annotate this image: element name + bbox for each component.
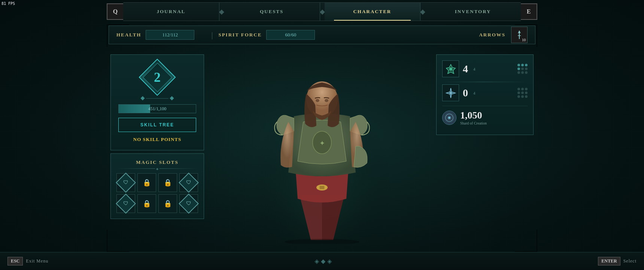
magic-slot-1-icon: 🛡 xyxy=(123,180,128,186)
right-panel: 4 4 xyxy=(436,54,534,138)
xp-bar-overlay: 451/1,100 xyxy=(118,104,196,113)
magic-slot-8[interactable]: 🛡 xyxy=(179,194,198,213)
spirit-force-label: SPIRIT FORCE xyxy=(218,32,262,38)
q-key-button[interactable]: Q xyxy=(107,3,123,20)
svg-point-18 xyxy=(450,92,452,94)
magic-slot-7-lock: 🔒 xyxy=(164,200,172,208)
magic-slot-2-lock: 🔒 xyxy=(143,178,151,187)
magic-slot-4-icon: 🛡 xyxy=(186,180,191,186)
resource-1-dots xyxy=(517,64,528,74)
arrows-section: ARROWS 10 xyxy=(479,27,528,43)
nav-sep-1: ◆ xyxy=(219,3,224,21)
dot-2-7 xyxy=(517,95,520,98)
magic-slot-6[interactable]: 🔒 xyxy=(137,194,156,213)
main-content: 2 451/1,100 SKILL TREE NO SKILL POINTS M… xyxy=(0,49,644,251)
arrows-icon-box: 10 xyxy=(511,27,528,43)
resource-row-1: 4 4 xyxy=(442,60,528,77)
magic-slot-1[interactable]: 🛡 xyxy=(116,173,135,192)
dot-1-5 xyxy=(521,68,524,70)
select-label: Select xyxy=(623,258,637,264)
resource-row-2: 0 4 xyxy=(442,84,528,101)
magic-grid: 🛡 🔒 🔒 🛡 xyxy=(116,173,198,213)
resource-1-sub: 4 xyxy=(473,67,476,71)
health-label: HEALTH xyxy=(116,32,141,38)
svg-point-21 xyxy=(448,117,450,119)
character-display: ✦ xyxy=(228,49,416,251)
health-value: 112/112 xyxy=(162,32,178,38)
dot-2-1 xyxy=(517,88,520,90)
stat-sep-1: | xyxy=(211,31,213,39)
nav-sep-2: ◆ xyxy=(320,3,325,21)
dot-1-3 xyxy=(525,64,528,66)
svg-text:✦: ✦ xyxy=(319,140,325,147)
spirit-force-stat: SPIRIT FORCE 60/60 xyxy=(218,30,315,40)
shards-label: Shard of Creation xyxy=(460,121,487,125)
magic-slot-4[interactable]: 🛡 xyxy=(179,173,198,192)
tab-quests[interactable]: QUESTS xyxy=(224,3,320,21)
ornament-right: ◈ xyxy=(327,258,332,265)
esc-key[interactable]: ESC xyxy=(7,257,23,266)
dot-left xyxy=(140,96,145,100)
no-skill-points-label: NO SKILL POINTS xyxy=(133,136,181,142)
nav-sep-3: ◆ xyxy=(420,3,425,21)
enter-key[interactable]: ENTER xyxy=(598,257,620,266)
nav-container: Q JOURNAL ◆ QUESTS ◆ CHARACTER ◆ INVENTO… xyxy=(0,2,644,21)
exit-menu-label: Exit Menu xyxy=(26,258,48,264)
level-number: 2 xyxy=(154,69,161,85)
resource-2-sub: 4 xyxy=(473,91,476,95)
magic-slots-box: MAGIC SLOTS 🛡 🔒 🔒 xyxy=(110,153,204,219)
resource-2-svg xyxy=(445,87,457,99)
resource-1-icon xyxy=(442,60,459,77)
shards-svg xyxy=(444,113,454,123)
dot-1-4 xyxy=(517,68,520,70)
top-nav: Q JOURNAL ◆ QUESTS ◆ CHARACTER ◆ INVENTO… xyxy=(0,0,644,23)
magic-slot-5-icon: 🛡 xyxy=(123,201,128,207)
tab-journal[interactable]: JOURNAL xyxy=(123,3,219,21)
dot-line-left xyxy=(146,98,168,99)
magic-slot-2[interactable]: 🔒 xyxy=(137,173,156,192)
arrows-label: ARROWS xyxy=(479,32,505,38)
e-key-button[interactable]: E xyxy=(521,3,537,20)
nav-tabs: JOURNAL ◆ QUESTS ◆ CHARACTER ◆ INVENTORY xyxy=(123,2,521,21)
resource-1-count: 4 xyxy=(463,63,468,75)
shards-row: 1,050 Shard of Creation xyxy=(442,106,528,129)
magic-slot-3-lock: 🔒 xyxy=(164,178,172,187)
magic-slots-divider xyxy=(116,168,198,169)
skill-tree-button[interactable]: SKILL TREE xyxy=(118,118,196,132)
magic-slot-7[interactable]: 🔒 xyxy=(158,194,177,213)
bottom-center-ornament: ◈ ◆ ◈ xyxy=(315,258,332,265)
dot-1-2 xyxy=(521,64,524,66)
health-stat: HEALTH 112/112 xyxy=(116,30,194,40)
dot-1-7 xyxy=(517,71,520,74)
magic-slot-6-lock: 🔒 xyxy=(143,200,151,208)
spirit-force-value: 60/60 xyxy=(285,32,297,38)
dot-2-3 xyxy=(525,88,528,90)
svg-point-10 xyxy=(316,99,319,102)
dot-right xyxy=(170,96,174,100)
tab-inventory[interactable]: INVENTORY xyxy=(425,3,521,21)
bottom-left-group: ESC Exit Menu xyxy=(7,257,48,266)
resource-2-count: 0 xyxy=(463,87,468,99)
dot-2-4 xyxy=(517,92,520,94)
magic-slot-8-icon: 🛡 xyxy=(186,201,191,207)
tab-character[interactable]: CHARACTER xyxy=(325,3,421,21)
dot-2-2 xyxy=(521,88,524,90)
level-box: 2 451/1,100 SKILL TREE NO SKILL POINTS xyxy=(110,54,204,150)
svg-point-11 xyxy=(325,99,328,102)
resource-2-sub-area: 4 xyxy=(473,91,476,95)
dot-1-9 xyxy=(525,71,528,74)
dot-2-9 xyxy=(525,95,528,98)
diamond-dots xyxy=(141,97,173,100)
svg-point-15 xyxy=(449,68,452,70)
ornament-diamond: ◆ xyxy=(321,258,325,265)
dot-2-6 xyxy=(525,92,528,94)
magic-slot-5[interactable]: 🛡 xyxy=(116,194,135,213)
xp-bar-wrapper: 451/1,100 xyxy=(118,104,196,113)
resource-divider xyxy=(442,82,528,82)
magic-slot-4-diamond: 🛡 xyxy=(179,172,199,193)
magic-slot-3[interactable]: 🔒 xyxy=(158,173,177,192)
arrows-count: 10 xyxy=(522,38,526,42)
magic-slot-5-diamond: 🛡 xyxy=(116,194,136,214)
xp-value: 451/1,100 xyxy=(148,106,166,112)
bottom-right-group: ENTER Select xyxy=(598,257,637,266)
